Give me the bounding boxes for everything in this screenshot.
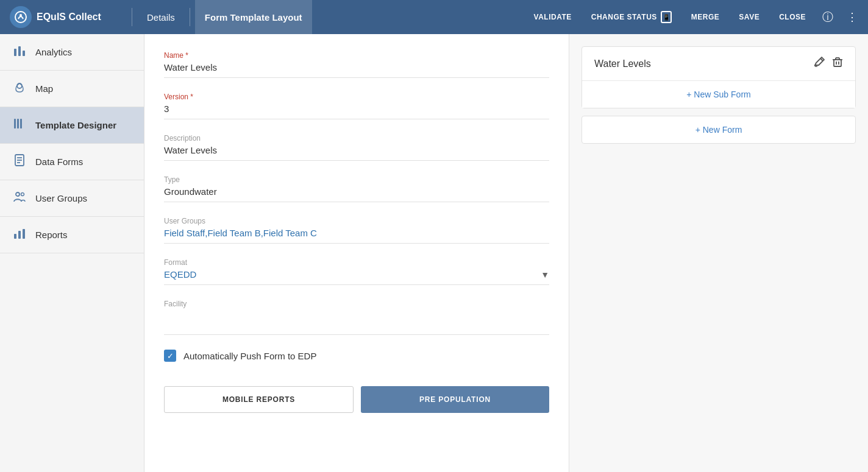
type-label: Type xyxy=(164,175,549,184)
analytics-label: Analytics xyxy=(35,47,72,57)
template-designer-icon xyxy=(12,117,27,133)
sidebar-item-user-groups[interactable]: User Groups xyxy=(0,180,144,217)
sidebar-item-map[interactable]: Map xyxy=(0,71,144,107)
svg-rect-21 xyxy=(834,60,841,66)
right-panel: Water Levels xyxy=(569,34,868,472)
sidebar-item-reports[interactable]: Reports xyxy=(0,217,144,253)
name-label: Name * xyxy=(164,51,549,60)
svg-rect-15 xyxy=(14,234,16,239)
type-value: Groundwater xyxy=(164,186,549,202)
svg-point-13 xyxy=(16,192,20,196)
sidebar-item-analytics[interactable]: Analytics xyxy=(0,34,144,71)
type-field-group: Type Groundwater xyxy=(164,175,549,202)
new-sub-form-button[interactable]: + New Sub Form xyxy=(582,81,855,108)
form-card-header: Water Levels xyxy=(582,47,855,81)
auto-push-label: Automatically Push Form to EDP xyxy=(183,351,316,361)
svg-rect-7 xyxy=(17,119,19,129)
change-status-button[interactable]: CHANGE STATUS 📱 xyxy=(583,7,680,27)
facility-label: Facility xyxy=(164,300,549,308)
svg-point-14 xyxy=(21,193,24,196)
reports-label: Reports xyxy=(35,230,68,240)
user-groups-icon xyxy=(12,190,27,206)
format-value: EQEDD xyxy=(164,269,196,280)
map-icon xyxy=(12,80,27,97)
auto-push-row: ✓ Automatically Push Form to EDP xyxy=(164,350,549,362)
reports-icon xyxy=(12,227,27,243)
merge-button[interactable]: MERGE xyxy=(683,9,728,25)
new-form-button[interactable]: + New Form xyxy=(582,116,856,144)
version-field-group: Version * 3 xyxy=(164,93,549,119)
form-card-title: Water Levels xyxy=(594,58,651,69)
bottom-buttons: MOBILE REPORTS PRE POPULATION xyxy=(164,376,549,413)
svg-rect-17 xyxy=(23,229,25,239)
user-groups-value: Field Staff,Field Team B,Field Team C xyxy=(164,228,549,244)
svg-point-5 xyxy=(17,83,22,88)
data-forms-icon xyxy=(12,153,27,170)
analytics-icon xyxy=(12,44,27,60)
sidebar-item-data-forms[interactable]: Data Forms xyxy=(0,144,144,180)
details-panel: Name * Water Levels Version * 3 Descript… xyxy=(144,34,569,472)
description-field-group: Description Water Levels xyxy=(164,134,549,161)
divider-1 xyxy=(132,8,132,26)
app-name: EQuIS Collect xyxy=(37,11,101,23)
validate-button[interactable]: VALIDATE xyxy=(525,9,580,25)
svg-point-1 xyxy=(20,14,22,16)
data-forms-label: Data Forms xyxy=(35,157,83,167)
phone-icon: 📱 xyxy=(661,11,672,23)
water-levels-form-card: Water Levels xyxy=(582,46,856,108)
info-button[interactable]: ⓘ xyxy=(817,6,839,28)
app-icon xyxy=(10,6,32,28)
svg-rect-4 xyxy=(23,51,25,56)
save-button[interactable]: SAVE xyxy=(730,9,768,25)
version-value: 3 xyxy=(164,104,549,119)
facility-field-group: Facility xyxy=(164,300,549,335)
format-select[interactable]: EQEDD ▼ xyxy=(164,269,549,285)
description-value: Water Levels xyxy=(164,145,549,161)
svg-rect-8 xyxy=(20,119,22,129)
name-value: Water Levels xyxy=(164,62,549,78)
map-label: Map xyxy=(35,83,53,94)
divider-2 xyxy=(190,8,190,26)
svg-rect-3 xyxy=(18,46,21,56)
description-label: Description xyxy=(164,134,549,143)
user-groups-label: User Groups xyxy=(35,193,87,203)
mobile-reports-button[interactable]: MOBILE REPORTS xyxy=(164,386,354,413)
content-area: Name * Water Levels Version * 3 Descript… xyxy=(144,34,868,472)
more-options-button[interactable]: ⋮ xyxy=(841,6,863,28)
version-label: Version * xyxy=(164,93,549,101)
facility-value xyxy=(164,311,549,335)
format-label: Format xyxy=(164,258,549,267)
user-groups-field-group: User Groups Field Staff,Field Team B,Fie… xyxy=(164,217,549,244)
svg-rect-6 xyxy=(14,119,16,129)
close-button[interactable]: CLOSE xyxy=(770,9,814,25)
edit-icon[interactable] xyxy=(814,57,825,71)
form-template-layout-tab[interactable]: Form Template Layout xyxy=(195,0,312,34)
delete-icon[interactable] xyxy=(832,57,843,71)
name-field-group: Name * Water Levels xyxy=(164,51,549,78)
form-card-actions xyxy=(814,57,843,71)
chevron-down-icon: ▼ xyxy=(541,270,549,280)
sidebar-item-template-designer[interactable]: Template Designer xyxy=(0,107,144,144)
user-groups-label: User Groups xyxy=(164,217,549,225)
main-layout: Analytics Map Template Designer xyxy=(0,34,868,472)
app-logo: EQuIS Collect xyxy=(5,6,127,28)
sidebar: Analytics Map Template Designer xyxy=(0,34,144,472)
details-tab[interactable]: Details xyxy=(137,12,185,23)
svg-rect-16 xyxy=(18,231,21,239)
auto-push-checkbox[interactable]: ✓ xyxy=(164,350,176,362)
template-designer-label: Template Designer xyxy=(35,120,116,130)
topbar: EQuIS Collect Details Form Template Layo… xyxy=(0,0,868,34)
format-field-group: Format EQEDD ▼ xyxy=(164,258,549,285)
svg-rect-2 xyxy=(14,49,16,56)
pre-population-button[interactable]: PRE POPULATION xyxy=(361,386,549,413)
